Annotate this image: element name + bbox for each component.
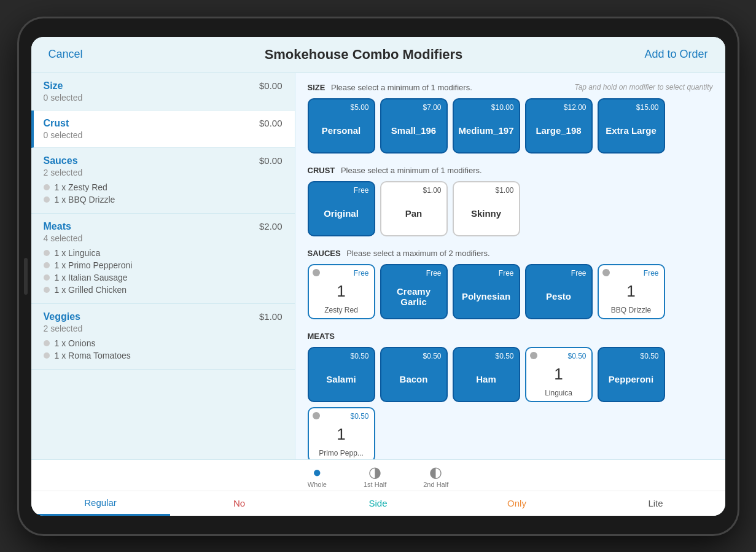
modifier-personal[interactable]: $5.00 Personal — [308, 98, 375, 154]
flavor-tab-only[interactable]: Only — [448, 491, 586, 516]
modifier-large[interactable]: $12.00 Large_198 — [525, 98, 593, 154]
modifier-bbq-drizzle[interactable]: Free 1 BBQ Drizzle — [598, 264, 665, 319]
sidebar-item-veggies[interactable]: Veggies $1.00 2 selected 1 x Onions 1 x … — [31, 304, 295, 370]
flavor-tab-side[interactable]: Side — [309, 491, 448, 516]
bottom-section: ● Whole ◑ 1st Half ◐ 2nd Half Regular No… — [31, 459, 725, 516]
cancel-button[interactable]: Cancel — [49, 48, 83, 61]
position-whole[interactable]: ● Whole — [308, 465, 327, 488]
flavor-row: Regular No Side Only Lite — [31, 491, 725, 516]
position-2nd-half[interactable]: ◐ 2nd Half — [423, 465, 448, 488]
sidebar-item-meats[interactable]: Meats $2.00 4 selected 1 x Linguica 1 x … — [31, 214, 295, 304]
section-sauces: SAUCES Please select a maximum of 2 modi… — [308, 249, 713, 319]
position-selector-row: ● Whole ◑ 1st Half ◐ 2nd Half — [31, 460, 725, 491]
add-to-order-button[interactable]: Add to Order — [644, 48, 707, 61]
modifier-pepperoni[interactable]: $0.50 Pepperoni — [598, 347, 665, 402]
modifier-linguica[interactable]: $0.50 1 Linguica — [525, 347, 593, 402]
modifier-pan[interactable]: $1.00 Pan — [380, 181, 448, 236]
modifier-ham[interactable]: $0.50 Ham — [453, 347, 520, 402]
flavor-tab-lite[interactable]: Lite — [586, 491, 725, 516]
list-item: 1 x BBQ Drizzle — [44, 193, 283, 206]
position-1st-half[interactable]: ◑ 1st Half — [364, 465, 386, 488]
list-item: 1 x Zesty Red — [44, 181, 283, 193]
list-item: 1 x Grilled Chicken — [44, 284, 283, 296]
meats-modifier-grid: $0.50 Salami $0.50 Bacon $0.50 Ham — [308, 347, 713, 459]
flavor-tab-no[interactable]: No — [170, 491, 309, 516]
modifier-extra-large[interactable]: $15.00 Extra Large — [598, 98, 665, 154]
screen: Cancel Smokehouse Combo Modifiers Add to… — [31, 37, 725, 516]
section-meats: MEATS $0.50 Salami $0.50 Bacon — [308, 332, 713, 459]
main-content: Size $0.00 0 selected Crust $0.00 0 sele… — [31, 73, 725, 459]
modifier-primo-pepperoni[interactable]: $0.50 1 Primo Pepp... — [308, 407, 375, 459]
section-size: SIZE Please select a minimum of 1 modifi… — [308, 83, 713, 154]
modifier-pesto[interactable]: Free Pesto — [525, 264, 593, 319]
modifier-small[interactable]: $7.00 Small_196 — [380, 98, 448, 154]
sidebar-item-size[interactable]: Size $0.00 0 selected — [31, 73, 295, 111]
sauces-modifier-grid: Free 1 Zesty Red Free Creamy Garlic Free — [308, 264, 713, 319]
modifier-zesty-red[interactable]: Free 1 Zesty Red — [308, 264, 375, 319]
sidebar-item-sauces[interactable]: Sauces $0.00 2 selected 1 x Zesty Red 1 … — [31, 148, 295, 214]
modifier-original[interactable]: Free Original — [308, 181, 375, 236]
modifier-polynesian[interactable]: Free Polynesian — [453, 264, 520, 319]
modifier-salami[interactable]: $0.50 Salami — [308, 347, 375, 402]
flavor-tab-regular[interactable]: Regular — [31, 491, 170, 516]
modifier-skinny[interactable]: $1.00 Skinny — [453, 181, 520, 236]
modifier-medium[interactable]: $10.00 Medium_197 — [453, 98, 520, 154]
list-item: 1 x Italian Sausage — [44, 271, 283, 284]
page-title: Smokehouse Combo Modifiers — [265, 47, 463, 63]
header: Cancel Smokehouse Combo Modifiers Add to… — [31, 37, 725, 73]
sidebar: Size $0.00 0 selected Crust $0.00 0 sele… — [31, 73, 295, 459]
crust-modifier-grid: Free Original $1.00 Pan $1.00 Skinny — [308, 181, 713, 236]
sidebar-item-crust[interactable]: Crust $0.00 0 selected — [31, 111, 295, 148]
list-item: 1 x Onions — [44, 337, 283, 349]
modifier-bacon[interactable]: $0.50 Bacon — [380, 347, 448, 402]
modifier-creamy-garlic[interactable]: Free Creamy Garlic — [380, 264, 448, 319]
list-item: 1 x Primo Pepperoni — [44, 259, 283, 271]
section-crust: CRUST Please select a minimum of 1 modif… — [308, 166, 713, 236]
tablet-frame: Cancel Smokehouse Combo Modifiers Add to… — [19, 18, 738, 534]
list-item: 1 x Roma Tomatoes — [44, 349, 283, 362]
right-panel: SIZE Please select a minimum of 1 modifi… — [295, 73, 725, 459]
size-modifier-grid: $5.00 Personal $7.00 Small_196 $10.00 Me… — [308, 98, 713, 154]
list-item: 1 x Linguica — [44, 247, 283, 259]
